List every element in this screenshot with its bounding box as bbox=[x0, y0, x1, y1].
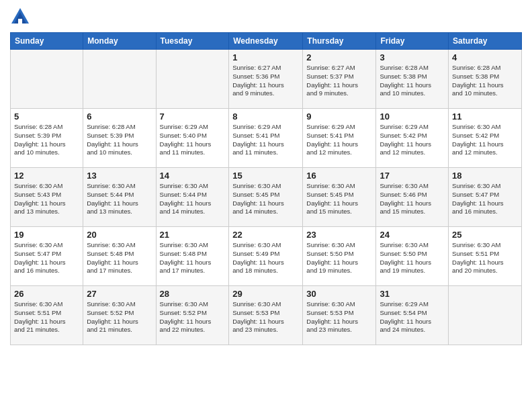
day-number: 31 bbox=[380, 289, 445, 299]
day-number: 4 bbox=[452, 52, 518, 62]
calendar-cell: 17Sunrise: 6:30 AM Sunset: 5:46 PM Dayli… bbox=[376, 168, 449, 227]
day-info: Sunrise: 6:30 AM Sunset: 5:52 PM Dayligh… bbox=[87, 300, 152, 334]
day-number: 7 bbox=[160, 111, 226, 122]
calendar-cell: 3Sunrise: 6:28 AM Sunset: 5:38 PM Daylig… bbox=[376, 50, 449, 109]
day-info: Sunrise: 6:27 AM Sunset: 5:37 PM Dayligh… bbox=[306, 64, 372, 98]
week-row-0: 1Sunrise: 6:27 AM Sunset: 5:36 PM Daylig… bbox=[11, 50, 522, 109]
week-row-2: 12Sunrise: 6:30 AM Sunset: 5:43 PM Dayli… bbox=[11, 168, 522, 227]
weekday-header-row: SundayMondayTuesdayWednesdayThursdayFrid… bbox=[11, 33, 522, 50]
day-number: 27 bbox=[87, 289, 152, 299]
day-number: 3 bbox=[380, 52, 445, 62]
calendar-cell bbox=[83, 50, 156, 109]
calendar-cell: 23Sunrise: 6:30 AM Sunset: 5:50 PM Dayli… bbox=[303, 227, 376, 286]
day-number: 16 bbox=[306, 171, 372, 181]
day-info: Sunrise: 6:30 AM Sunset: 5:43 PM Dayligh… bbox=[14, 182, 79, 216]
day-number: 24 bbox=[380, 230, 445, 240]
day-info: Sunrise: 6:30 AM Sunset: 5:50 PM Dayligh… bbox=[306, 241, 372, 275]
day-info: Sunrise: 6:30 AM Sunset: 5:44 PM Dayligh… bbox=[160, 182, 226, 216]
day-info: Sunrise: 6:27 AM Sunset: 5:36 PM Dayligh… bbox=[232, 64, 299, 98]
day-number: 5 bbox=[14, 111, 79, 122]
day-info: Sunrise: 6:30 AM Sunset: 5:44 PM Dayligh… bbox=[87, 182, 152, 216]
calendar-cell: 8Sunrise: 6:29 AM Sunset: 5:41 PM Daylig… bbox=[229, 109, 303, 168]
calendar-cell bbox=[11, 50, 83, 109]
day-info: Sunrise: 6:30 AM Sunset: 5:45 PM Dayligh… bbox=[232, 182, 299, 216]
day-number: 21 bbox=[160, 230, 226, 240]
week-row-1: 5Sunrise: 6:28 AM Sunset: 5:39 PM Daylig… bbox=[11, 109, 522, 168]
day-number: 20 bbox=[87, 230, 152, 240]
day-number: 18 bbox=[452, 171, 518, 181]
day-info: Sunrise: 6:30 AM Sunset: 5:42 PM Dayligh… bbox=[452, 123, 518, 157]
calendar-cell: 21Sunrise: 6:30 AM Sunset: 5:48 PM Dayli… bbox=[156, 227, 229, 286]
day-number: 28 bbox=[160, 289, 226, 299]
page: SundayMondayTuesdayWednesdayThursdayFrid… bbox=[0, 0, 532, 411]
day-info: Sunrise: 6:29 AM Sunset: 5:40 PM Dayligh… bbox=[160, 123, 226, 157]
weekday-header-saturday: Saturday bbox=[449, 33, 522, 50]
weekday-header-sunday: Sunday bbox=[11, 33, 83, 50]
weekday-header-thursday: Thursday bbox=[303, 33, 376, 50]
calendar-cell: 4Sunrise: 6:28 AM Sunset: 5:38 PM Daylig… bbox=[449, 50, 522, 109]
day-number: 22 bbox=[232, 230, 299, 240]
day-info: Sunrise: 6:28 AM Sunset: 5:39 PM Dayligh… bbox=[14, 123, 79, 157]
day-number: 29 bbox=[232, 289, 299, 299]
day-number: 15 bbox=[232, 171, 299, 181]
day-info: Sunrise: 6:30 AM Sunset: 5:48 PM Dayligh… bbox=[160, 241, 226, 275]
calendar-cell: 1Sunrise: 6:27 AM Sunset: 5:36 PM Daylig… bbox=[229, 50, 303, 109]
calendar-cell: 27Sunrise: 6:30 AM Sunset: 5:52 PM Dayli… bbox=[83, 286, 156, 345]
day-info: Sunrise: 6:30 AM Sunset: 5:49 PM Dayligh… bbox=[232, 241, 299, 275]
weekday-header-friday: Friday bbox=[376, 33, 449, 50]
calendar-cell: 31Sunrise: 6:29 AM Sunset: 5:54 PM Dayli… bbox=[376, 286, 449, 345]
weekday-header-monday: Monday bbox=[83, 33, 156, 50]
day-number: 6 bbox=[87, 111, 152, 122]
day-number: 2 bbox=[306, 52, 372, 62]
calendar-cell: 19Sunrise: 6:30 AM Sunset: 5:47 PM Dayli… bbox=[11, 227, 83, 286]
calendar-cell: 10Sunrise: 6:29 AM Sunset: 5:42 PM Dayli… bbox=[376, 109, 449, 168]
calendar-cell: 14Sunrise: 6:30 AM Sunset: 5:44 PM Dayli… bbox=[156, 168, 229, 227]
calendar-cell: 15Sunrise: 6:30 AM Sunset: 5:45 PM Dayli… bbox=[229, 168, 303, 227]
week-row-3: 19Sunrise: 6:30 AM Sunset: 5:47 PM Dayli… bbox=[11, 227, 522, 286]
day-number: 30 bbox=[306, 289, 372, 299]
calendar-cell: 22Sunrise: 6:30 AM Sunset: 5:49 PM Dayli… bbox=[229, 227, 303, 286]
calendar-cell: 6Sunrise: 6:28 AM Sunset: 5:39 PM Daylig… bbox=[83, 109, 156, 168]
calendar-cell: 13Sunrise: 6:30 AM Sunset: 5:44 PM Dayli… bbox=[83, 168, 156, 227]
day-number: 10 bbox=[380, 111, 445, 122]
day-number: 1 bbox=[232, 52, 299, 62]
calendar-cell: 24Sunrise: 6:30 AM Sunset: 5:50 PM Dayli… bbox=[376, 227, 449, 286]
calendar-cell: 30Sunrise: 6:30 AM Sunset: 5:53 PM Dayli… bbox=[303, 286, 376, 345]
calendar-cell: 26Sunrise: 6:30 AM Sunset: 5:51 PM Dayli… bbox=[11, 286, 83, 345]
header bbox=[10, 7, 522, 27]
calendar-cell bbox=[449, 286, 522, 345]
day-info: Sunrise: 6:28 AM Sunset: 5:38 PM Dayligh… bbox=[452, 64, 518, 98]
day-number: 23 bbox=[306, 230, 372, 240]
day-info: Sunrise: 6:29 AM Sunset: 5:54 PM Dayligh… bbox=[380, 300, 445, 334]
day-info: Sunrise: 6:29 AM Sunset: 5:41 PM Dayligh… bbox=[232, 123, 299, 157]
day-info: Sunrise: 6:30 AM Sunset: 5:48 PM Dayligh… bbox=[87, 241, 152, 275]
day-info: Sunrise: 6:30 AM Sunset: 5:45 PM Dayligh… bbox=[306, 182, 372, 216]
calendar: SundayMondayTuesdayWednesdayThursdayFrid… bbox=[10, 32, 522, 345]
calendar-cell: 11Sunrise: 6:30 AM Sunset: 5:42 PM Dayli… bbox=[449, 109, 522, 168]
day-number: 26 bbox=[14, 289, 79, 299]
calendar-cell bbox=[156, 50, 229, 109]
day-info: Sunrise: 6:30 AM Sunset: 5:53 PM Dayligh… bbox=[232, 300, 299, 334]
day-info: Sunrise: 6:29 AM Sunset: 5:41 PM Dayligh… bbox=[306, 123, 372, 157]
calendar-cell: 18Sunrise: 6:30 AM Sunset: 5:47 PM Dayli… bbox=[449, 168, 522, 227]
calendar-cell: 2Sunrise: 6:27 AM Sunset: 5:37 PM Daylig… bbox=[303, 50, 376, 109]
calendar-cell: 20Sunrise: 6:30 AM Sunset: 5:48 PM Dayli… bbox=[83, 227, 156, 286]
day-number: 17 bbox=[380, 171, 445, 181]
day-info: Sunrise: 6:28 AM Sunset: 5:39 PM Dayligh… bbox=[87, 123, 152, 157]
calendar-cell: 9Sunrise: 6:29 AM Sunset: 5:41 PM Daylig… bbox=[303, 109, 376, 168]
calendar-cell: 16Sunrise: 6:30 AM Sunset: 5:45 PM Dayli… bbox=[303, 168, 376, 227]
calendar-cell: 5Sunrise: 6:28 AM Sunset: 5:39 PM Daylig… bbox=[11, 109, 83, 168]
weekday-header-wednesday: Wednesday bbox=[229, 33, 303, 50]
calendar-cell: 29Sunrise: 6:30 AM Sunset: 5:53 PM Dayli… bbox=[229, 286, 303, 345]
day-number: 8 bbox=[232, 111, 299, 122]
day-info: Sunrise: 6:28 AM Sunset: 5:38 PM Dayligh… bbox=[380, 64, 445, 98]
day-number: 13 bbox=[87, 171, 152, 181]
calendar-cell: 12Sunrise: 6:30 AM Sunset: 5:43 PM Dayli… bbox=[11, 168, 83, 227]
day-info: Sunrise: 6:30 AM Sunset: 5:47 PM Dayligh… bbox=[14, 241, 79, 275]
day-number: 9 bbox=[306, 111, 372, 122]
day-number: 11 bbox=[452, 111, 518, 122]
day-info: Sunrise: 6:29 AM Sunset: 5:42 PM Dayligh… bbox=[380, 123, 445, 157]
logo-icon bbox=[10, 7, 30, 27]
calendar-cell: 25Sunrise: 6:30 AM Sunset: 5:51 PM Dayli… bbox=[449, 227, 522, 286]
day-info: Sunrise: 6:30 AM Sunset: 5:47 PM Dayligh… bbox=[452, 182, 518, 216]
